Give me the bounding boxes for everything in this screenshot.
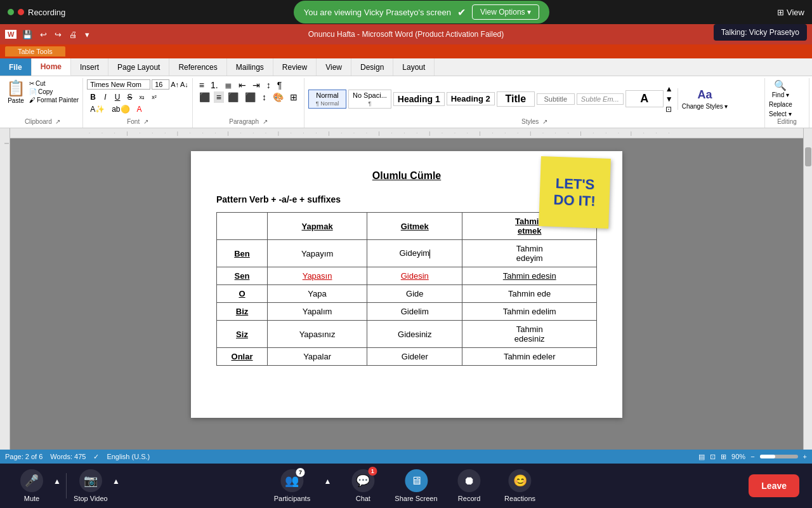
show-paragraph-button[interactable]: ¶ (275, 79, 285, 91)
line-spacing-button[interactable]: ↕ (259, 91, 269, 103)
table-header-yapmak: Yapmak (268, 213, 367, 240)
sort-button[interactable]: ↕ (264, 79, 273, 91)
tab-review[interactable]: Review (273, 58, 317, 76)
mute-chevron[interactable]: ▲ (53, 477, 61, 495)
zoom-in-button[interactable]: + (803, 453, 807, 460)
share-screen-label: Share Screen (395, 495, 437, 502)
format-painter-button[interactable]: 🖌 Format Painter (29, 97, 79, 104)
conj-cell: Tahmin edelim (462, 303, 597, 321)
tab-insert[interactable]: Insert (71, 58, 108, 76)
qat-undo[interactable]: ↩ (38, 29, 49, 40)
style-subtle-em2[interactable]: A (625, 90, 664, 107)
cut-button[interactable]: ✂ Cut (29, 80, 79, 87)
strikethrough-button[interactable]: S (124, 91, 135, 103)
qat-save[interactable]: 💾 (20, 29, 34, 40)
bullets-button[interactable]: ≡ (197, 79, 207, 91)
reactions-label: Reactions (504, 495, 535, 502)
conj-cell: Yapalım (268, 303, 367, 321)
styles-scroll-up[interactable]: ▲ (665, 84, 673, 93)
view-button[interactable]: ⊞ View (777, 8, 804, 17)
stop-video-button[interactable]: 📷 Stop Video (72, 469, 110, 502)
underline-button[interactable]: U (112, 91, 124, 103)
shrink-font-button[interactable]: A↓ (180, 81, 188, 88)
chat-button[interactable]: 💬 1 Chat (344, 469, 382, 502)
select-button[interactable]: Select ▾ (769, 110, 792, 117)
styles-scroll-down[interactable]: ▼ (665, 95, 673, 104)
justify-button[interactable]: ⬛ (242, 91, 258, 103)
doc-scroll[interactable]: LET'SDO IT! Olumlu Cümle Pattern Verb + … (10, 138, 803, 450)
change-styles-button[interactable]: Change Styles ▾ (682, 103, 728, 110)
font-label: Font ↗ (87, 118, 188, 126)
copy-button[interactable]: 📄 Copy (29, 88, 79, 95)
zoom-out-button[interactable]: − (750, 453, 754, 460)
record-icon: ⏺ (458, 469, 481, 492)
shading-button[interactable]: 🎨 (270, 91, 286, 103)
replace-button[interactable]: Replace (769, 101, 792, 108)
bold-button[interactable]: B (87, 91, 99, 103)
tab-view[interactable]: View (317, 58, 351, 76)
clipboard-buttons: 📋 Paste ✂ Cut 📄 Copy 🖌 Format Painter (6, 79, 79, 104)
record-button[interactable]: ⏺ Record (450, 469, 488, 502)
font-color-button[interactable]: A (134, 104, 145, 115)
share-screen-button[interactable]: 🖥 Share Screen (395, 469, 437, 502)
styles-expand[interactable]: ⊡ (665, 105, 673, 114)
align-right-button[interactable]: ⬛ (225, 91, 241, 103)
table-row: Biz Yapalım Gidelim Tahmin edelim (217, 303, 597, 321)
leave-button[interactable]: Leave (749, 474, 799, 497)
style-title[interactable]: Title (497, 91, 535, 107)
mute-button[interactable]: 🎤 Mute (13, 469, 51, 502)
right-scrollbar[interactable] (803, 128, 812, 450)
align-center-button[interactable]: ≡ (214, 91, 224, 103)
clipboard-label: Clipboard ↗ (6, 118, 79, 126)
text-effects-button[interactable]: A✨ (87, 104, 108, 115)
align-left-button[interactable]: ⬛ (197, 91, 213, 103)
find-button[interactable]: 🔍 Find ▾ (769, 79, 792, 98)
reactions-button[interactable]: 😊 Reactions (501, 469, 539, 502)
tab-home[interactable]: Home (32, 58, 71, 76)
style-no-spacing[interactable]: No Spaci...¶ (348, 90, 391, 109)
tab-references[interactable]: References (169, 58, 226, 76)
qat-redo[interactable]: ↪ (53, 29, 63, 40)
scroll-thumb[interactable] (805, 147, 811, 166)
sticky-note: LET'SDO IT! (539, 156, 611, 229)
style-subtitle[interactable]: Subtitle (537, 93, 575, 105)
tab-mailings[interactable]: Mailings (227, 58, 273, 76)
italic-button[interactable]: I (100, 91, 111, 103)
toolbar-divider (66, 473, 67, 498)
numbering-button[interactable]: 1. (208, 79, 221, 91)
view-read-icon[interactable]: ⊞ (721, 453, 726, 461)
view-web-icon[interactable]: ⊡ (710, 453, 716, 461)
tab-page-layout[interactable]: Page Layout (108, 58, 169, 76)
toolbar-right: Leave (749, 474, 799, 497)
participants-chevron[interactable]: ▲ (324, 477, 331, 495)
subscript-button[interactable]: x₂ (136, 93, 148, 102)
grow-font-button[interactable]: A↑ (171, 81, 179, 88)
borders-button[interactable]: ⊞ (287, 91, 300, 103)
tab-layout[interactable]: Layout (393, 58, 435, 76)
conj-cell: Tahminedeyim (462, 240, 597, 267)
view-options-button[interactable]: View Options ▾ (472, 4, 539, 20)
increase-indent-button[interactable]: ⇥ (250, 79, 263, 91)
font-size-input[interactable] (152, 79, 169, 90)
style-heading1[interactable]: Heading 1 (393, 92, 445, 106)
style-heading2[interactable]: Heading 2 (447, 92, 495, 105)
font-family-input[interactable] (87, 79, 150, 90)
subject-o: O (217, 285, 268, 303)
video-chevron[interactable]: ▲ (112, 477, 120, 495)
paste-button[interactable]: 📋 Paste (6, 79, 25, 104)
highlight-button[interactable]: ab🟡 (108, 104, 133, 115)
style-subtle-emphasis[interactable]: Subtle Em... (577, 93, 624, 105)
view-normal-icon[interactable]: ▤ (698, 453, 705, 461)
zoom-slider[interactable] (760, 455, 798, 458)
screen-share-msg: You are viewing Vicky Prasetyo's screen (304, 8, 451, 17)
participants-button[interactable]: 👥 7 Participants (273, 469, 311, 502)
change-styles-icon[interactable]: Aa (698, 88, 712, 102)
multilevel-button[interactable]: ≣ (222, 79, 235, 91)
tab-design[interactable]: Design (351, 58, 393, 76)
qat-customize[interactable]: ▾ (83, 29, 91, 40)
superscript-button[interactable]: x² (148, 93, 160, 102)
decrease-indent-button[interactable]: ⇤ (236, 79, 249, 91)
style-normal[interactable]: Normal¶ Normal (308, 90, 346, 109)
tab-file[interactable]: File (0, 58, 32, 76)
qat-print[interactable]: 🖨 (67, 29, 79, 40)
